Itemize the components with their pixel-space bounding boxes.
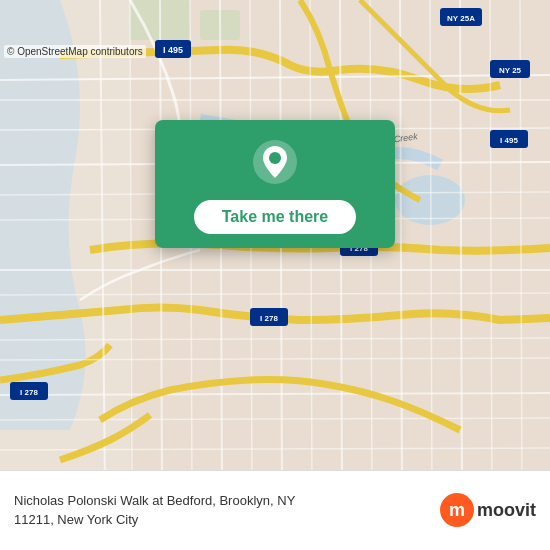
svg-text:NY 25: NY 25 <box>499 66 522 75</box>
moovit-brand-icon: m <box>439 492 475 528</box>
svg-text:I 495: I 495 <box>500 136 518 145</box>
location-card: Take me there <box>155 120 395 248</box>
svg-point-49 <box>269 152 281 164</box>
copyright-text: © OpenStreetMap contributors <box>4 45 146 58</box>
svg-text:NY 25A: NY 25A <box>447 14 475 23</box>
svg-text:I 278: I 278 <box>260 314 278 323</box>
svg-text:m: m <box>449 500 465 520</box>
svg-text:I 495: I 495 <box>163 45 183 55</box>
address-line2: 11211, New York City <box>14 512 138 527</box>
svg-text:I 278: I 278 <box>20 388 38 397</box>
take-me-there-button[interactable]: Take me there <box>194 200 356 234</box>
bottom-bar: Nicholas Polonski Walk at Bedford, Brook… <box>0 470 550 550</box>
location-pin-icon <box>251 138 299 186</box>
moovit-logo: m moovit <box>439 492 536 528</box>
address-line1: Nicholas Polonski Walk at Bedford, Brook… <box>14 493 295 508</box>
moovit-brand-label: moovit <box>477 500 536 521</box>
address-text: Nicholas Polonski Walk at Bedford, Brook… <box>14 492 295 528</box>
